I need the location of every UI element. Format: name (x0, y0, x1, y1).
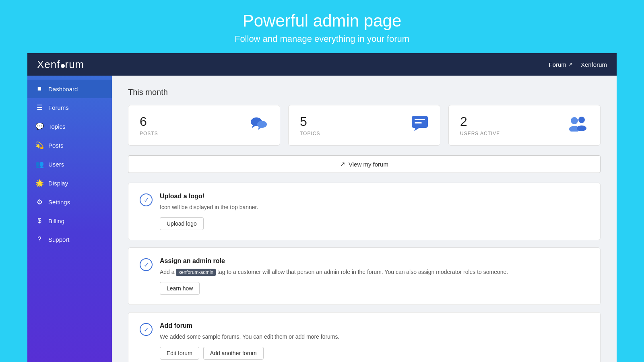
action-desc-forum: We added some sample forums. You can edi… (160, 333, 339, 341)
check-icon-logo: ✓ (140, 193, 153, 206)
banner-subtitle: Follow and manage everything in your for… (0, 34, 644, 44)
admin-container: ■ Dashboard ☰ Forums 💬 Topics 💫 Posts 👥 … (27, 76, 617, 362)
action-body-admin: Assign an admin role Add a xenforum-admi… (160, 257, 508, 295)
learn-how-button[interactable]: Learn how (160, 282, 200, 295)
stat-number-users: 2 (460, 114, 500, 129)
action-card-admin: ✓ Assign an admin role Add a xenforum-ad… (128, 247, 601, 305)
stat-number-topics: 5 (300, 114, 320, 129)
settings-icon: ⚙ (35, 198, 43, 206)
sidebar-item-forums[interactable]: ☰ Forums (27, 98, 112, 117)
topics-stat-icon (411, 115, 429, 136)
sidebar-item-dashboard[interactable]: ■ Dashboard (27, 80, 112, 98)
users-icon: 👥 (35, 160, 43, 169)
stat-card-users: 2 USERS ACTIVE (448, 105, 601, 146)
dashboard-icon: ■ (35, 85, 43, 93)
support-icon: ? (35, 235, 43, 243)
forum-link[interactable]: Forum ↗ (549, 61, 573, 68)
stat-card-posts: 6 POSTS (128, 105, 280, 146)
billing-icon: $ (35, 217, 43, 225)
stat-card-topics: 5 TOPICS (288, 105, 440, 146)
sidebar-label-billing: Billing (48, 218, 64, 224)
stat-label-topics: TOPICS (300, 131, 320, 136)
sidebar-label-display: Display (48, 180, 68, 187)
sidebar-label-dashboard: Dashboard (48, 86, 78, 93)
edit-forum-button[interactable]: Edit forum (160, 347, 199, 360)
action-desc-logo: Icon will be displayed in the top banner… (160, 203, 258, 212)
external-link-icon: ↗ (568, 62, 573, 68)
sidebar-item-display[interactable]: 🌟 Display (27, 174, 112, 193)
sidebar-item-support[interactable]: ? Support (27, 230, 112, 249)
sidebar-label-users: Users (48, 161, 64, 168)
stat-number-posts: 6 (140, 114, 158, 129)
stat-label-posts: POSTS (140, 131, 158, 136)
forum-link-label: Forum (549, 61, 566, 68)
main-content: This month 6 POSTS (112, 76, 617, 362)
forum-action-buttons: Edit forum Add another forum (160, 347, 339, 360)
svg-rect-6 (415, 119, 425, 120)
stat-label-users: USERS ACTIVE (460, 131, 500, 136)
view-forum-container: ↗ View my forum (128, 155, 601, 173)
check-icon-forum: ✓ (140, 323, 153, 336)
sidebar-item-users[interactable]: 👥 Users (27, 155, 112, 174)
display-icon: 🌟 (35, 179, 43, 187)
check-icon-admin: ✓ (140, 258, 153, 271)
action-title-admin: Assign an admin role (160, 257, 508, 265)
sidebar: ■ Dashboard ☰ Forums 💬 Topics 💫 Posts 👥 … (27, 76, 112, 362)
admin-logo: Xenfrum (37, 58, 84, 71)
action-card-logo: ✓ Upload a logo! Icon will be displayed … (128, 183, 601, 240)
posts-icon: 💫 (35, 141, 43, 150)
action-body-forum: Add forum We added some sample forums. Y… (160, 322, 339, 360)
svg-rect-4 (412, 116, 428, 128)
sidebar-label-support: Support (48, 236, 70, 243)
action-title-logo: Upload a logo! (160, 193, 258, 200)
header-right: Forum ↗ Xenforum (549, 61, 607, 68)
header-username: Xenforum (581, 61, 607, 68)
view-forum-button[interactable]: ↗ View my forum (128, 155, 601, 173)
svg-point-8 (571, 117, 578, 124)
logo-dot (61, 64, 65, 68)
sidebar-label-topics: Topics (48, 123, 66, 130)
stat-info-posts: 6 POSTS (140, 114, 158, 136)
stat-info-users: 2 USERS ACTIVE (460, 114, 500, 136)
forums-icon: ☰ (35, 103, 43, 112)
sidebar-item-topics[interactable]: 💬 Topics (27, 117, 112, 136)
admin-tag: xenforum-admin (176, 269, 216, 276)
admin-header: Xenfrum Forum ↗ Xenforum (27, 53, 617, 76)
svg-rect-7 (415, 122, 422, 123)
posts-stat-icon (249, 115, 268, 135)
sidebar-label-settings: Settings (48, 199, 70, 206)
sidebar-item-billing[interactable]: $ Billing (27, 212, 112, 230)
topics-icon: 💬 (35, 122, 43, 131)
svg-point-11 (577, 125, 586, 131)
view-forum-label: View my forum (349, 161, 388, 168)
sidebar-label-forums: Forums (48, 104, 69, 111)
sidebar-item-settings[interactable]: ⚙ Settings (27, 193, 112, 212)
banner-title: Powerful admin page (0, 11, 644, 31)
upload-logo-button[interactable]: Upload logo (160, 217, 204, 230)
add-another-forum-button[interactable]: Add another forum (203, 347, 264, 360)
stats-row: 6 POSTS 5 TOPICS (128, 105, 601, 146)
top-banner: Powerful admin page Follow and manage ev… (0, 0, 644, 53)
action-title-forum: Add forum (160, 322, 339, 329)
view-forum-ext-icon: ↗ (340, 160, 345, 168)
action-card-forum: ✓ Add forum We added some sample forums.… (128, 312, 601, 362)
sidebar-label-posts: Posts (48, 142, 64, 149)
sidebar-item-posts[interactable]: 💫 Posts (27, 136, 112, 155)
stat-info-topics: 5 TOPICS (300, 114, 320, 136)
users-stat-icon (566, 115, 589, 135)
section-title: This month (128, 88, 601, 97)
action-body-logo: Upload a logo! Icon will be displayed in… (160, 193, 258, 230)
action-desc-admin: Add a xenforum-admin tag to a customer w… (160, 268, 508, 276)
svg-point-10 (578, 117, 585, 123)
